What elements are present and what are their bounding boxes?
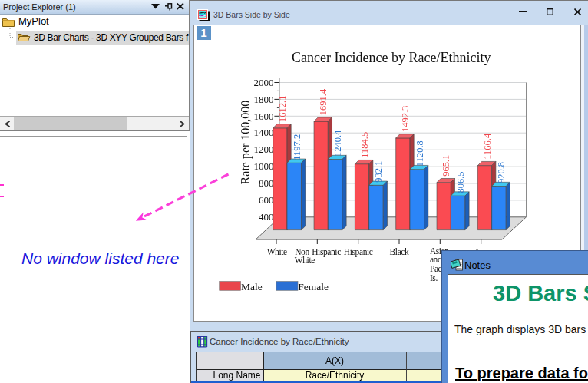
svg-text:1612.1: 1612.1	[277, 96, 288, 122]
svg-text:1240.4: 1240.4	[332, 130, 343, 157]
svg-text:1691.4: 1691.4	[318, 88, 329, 115]
svg-text:800: 800	[259, 177, 274, 189]
svg-text:White: White	[295, 256, 315, 265]
svg-text:806.5: 806.5	[455, 171, 466, 193]
svg-text:1800: 1800	[254, 94, 274, 105]
svg-text:1400: 1400	[254, 127, 274, 138]
svg-text:1200: 1200	[254, 144, 274, 155]
svg-text:Female: Female	[298, 281, 329, 292]
svg-text:White: White	[267, 247, 287, 256]
svg-text:1000: 1000	[254, 160, 274, 172]
svg-text:932.1: 932.1	[373, 161, 384, 183]
svg-text:1600: 1600	[254, 111, 274, 122]
svg-text:Cancer Incidence by Race/Ethni: Cancer Incidence by Race/Ethnicity	[292, 50, 491, 65]
svg-text:1184.5: 1184.5	[359, 132, 370, 158]
svg-text:965.1: 965.1	[441, 155, 451, 177]
svg-text:Black: Black	[390, 247, 409, 256]
svg-text:1197.2: 1197.2	[292, 134, 302, 160]
svg-text:400: 400	[259, 211, 274, 223]
svg-text:2000: 2000	[254, 77, 274, 88]
svg-text:Hispanic: Hispanic	[344, 247, 373, 257]
svg-text:and: and	[430, 255, 442, 264]
svg-text:600: 600	[259, 194, 274, 206]
svg-text:Is.: Is.	[430, 273, 438, 282]
svg-text:Male: Male	[241, 281, 263, 292]
svg-text:1166.4: 1166.4	[482, 133, 493, 160]
svg-text:1492.3: 1492.3	[400, 106, 411, 132]
svg-text:920.8: 920.8	[496, 162, 507, 183]
svg-text:Rate per 100,000: Rate per 100,000	[239, 101, 253, 185]
svg-text:1120.8: 1120.8	[415, 140, 425, 167]
